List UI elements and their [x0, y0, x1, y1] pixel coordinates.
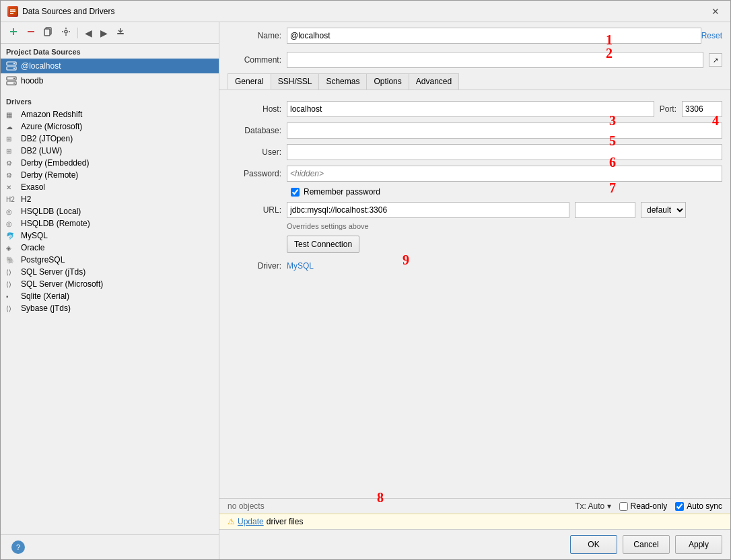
driver-name: MySQL [21, 231, 48, 240]
database-label: Database: [228, 126, 281, 135]
driver-item-sqlite-(xerial)[interactable]: ▪ Sqlite (Xerial) [1, 290, 219, 302]
source-item-localhost[interactable]: @localhost [1, 59, 219, 73]
right-content: Name: Reset Comment: ↗ General SSH/SSL S… [219, 22, 730, 498]
tab-general[interactable]: General [228, 73, 271, 90]
svg-rect-3 [10, 13, 13, 14]
help-button[interactable]: ? [11, 540, 25, 554]
host-row: Host: Port: [219, 98, 730, 120]
cancel-button[interactable]: Cancel [623, 535, 670, 554]
svg-point-13 [13, 63, 15, 65]
toolbar: ◀ ▶ [1, 22, 219, 44]
driver-icon: 🐬 [6, 232, 17, 240]
svg-point-18 [13, 83, 15, 84]
driver-name: Sybase (jTds) [21, 304, 71, 313]
driver-name: DB2 (JTOpen) [21, 134, 73, 143]
comment-expand-button[interactable]: ↗ [709, 53, 722, 67]
driver-name: Oracle [21, 243, 44, 252]
back-button[interactable]: ◀ [82, 26, 95, 40]
database-input[interactable] [287, 123, 722, 139]
driver-icon: ⟨⟩ [6, 269, 17, 276]
driver-item-mysql[interactable]: 🐬 MySQL [1, 230, 219, 242]
tab-bar: General SSH/SSL Schemas Options Advanced [219, 71, 730, 90]
driver-item-hsqldb-(remote)[interactable]: ◎ HSQLDB (Remote) [1, 217, 219, 230]
test-connection-button[interactable]: Test Connection [287, 236, 359, 253]
autosync-checkbox[interactable] [675, 502, 684, 511]
driver-icon: ▪ [6, 293, 17, 300]
autosync-group: Auto sync [675, 501, 722, 511]
source-name-localhost: @localhost [21, 61, 61, 71]
tab-advanced[interactable]: Advanced [409, 73, 459, 90]
user-input[interactable] [287, 144, 722, 160]
driver-item-azure-(microsoft)[interactable]: ☁ Azure (Microsoft) [1, 120, 219, 133]
source-list: @localhost hoodb [1, 59, 219, 88]
driver-item-hsqldb-(local)[interactable]: ◎ HSQLDB (Local) [1, 205, 219, 217]
autosync-label: Auto sync [687, 501, 722, 511]
forward-button[interactable]: ▶ [98, 26, 110, 40]
driver-item-amazon-redshift[interactable]: ▦ Amazon Redshift [1, 108, 219, 120]
driver-item-oracle[interactable]: ◈ Oracle [1, 242, 219, 254]
driver-icon: ⊞ [6, 147, 17, 155]
overrides-note: Overrides settings above [219, 221, 730, 232]
tab-content-general: Host: Port: Database: User: [219, 90, 730, 283]
drivers-section: Drivers ▦ Amazon Redshift ☁ Azure (Micro… [1, 94, 219, 314]
comment-label: Comment: [228, 55, 281, 65]
db-icon-localhost [6, 61, 17, 71]
driver-list: ▦ Amazon Redshift ☁ Azure (Microsoft) ⊞ … [1, 108, 219, 314]
tab-options[interactable]: Options [366, 73, 409, 90]
url-extra-input[interactable] [575, 202, 635, 218]
remember-label: Remember password [304, 187, 380, 197]
driver-icon: ☁ [6, 123, 17, 131]
svg-rect-2 [10, 11, 15, 12]
driver-item-h2[interactable]: H2 H2 [1, 193, 219, 205]
url-dropdown[interactable]: default [641, 202, 686, 218]
left-scroll: Project Data Sources @localhost [1, 44, 219, 534]
driver-name: Azure (Microsoft) [21, 122, 82, 131]
close-button[interactable]: ✕ [707, 5, 724, 18]
driver-name: Sqlite (Xerial) [21, 291, 69, 301]
source-item-hoodb[interactable]: hoodb [1, 73, 219, 88]
name-row: Name: Reset [219, 22, 730, 49]
driver-item-db2-(luw)[interactable]: ⊞ DB2 (LUW) [1, 145, 219, 157]
config-button[interactable] [59, 26, 73, 40]
url-label: URL: [228, 205, 281, 215]
svg-rect-1 [10, 9, 15, 11]
remember-checkbox[interactable] [291, 188, 300, 197]
driver-link[interactable]: MySQL [287, 261, 314, 271]
port-input[interactable] [682, 101, 722, 117]
driver-item-exasol[interactable]: ✕ Exasol [1, 181, 219, 193]
readonly-checkbox[interactable] [619, 502, 628, 511]
add-button[interactable] [6, 26, 21, 40]
driver-name: Amazon Redshift [21, 110, 82, 119]
driver-item-sql-server-(jtds)[interactable]: ⟨⟩ SQL Server (jTds) [1, 266, 219, 278]
host-input[interactable] [287, 101, 654, 117]
driver-row: Driver: MySQL [219, 257, 730, 275]
ok-button[interactable]: OK [570, 535, 617, 554]
tx-dropdown[interactable]: Tx: Auto ▾ [575, 501, 611, 511]
copy-button[interactable] [41, 26, 56, 40]
tab-schemas[interactable]: Schemas [318, 73, 367, 90]
name-label: Name: [228, 31, 281, 40]
remove-button[interactable] [24, 26, 38, 40]
driver-icon: ⟨⟩ [6, 305, 17, 312]
import-button[interactable] [113, 26, 128, 40]
bottom-bar: no objects Tx: Auto ▾ Read-only Auto s [219, 498, 730, 514]
svg-point-17 [13, 78, 15, 79]
driver-icon: ◈ [6, 244, 17, 252]
driver-name: SQL Server (Microsoft) [21, 279, 103, 289]
url-input[interactable] [287, 202, 569, 218]
driver-item-derby-(remote)[interactable]: ⚙ Derby (Remote) [1, 169, 219, 181]
driver-item-sybase-(jtds)[interactable]: ⟨⟩ Sybase (jTds) [1, 302, 219, 314]
comment-input[interactable] [287, 52, 703, 68]
driver-item-postgresql[interactable]: 🐘 PostgreSQL [1, 254, 219, 266]
password-input[interactable] [287, 166, 722, 182]
driver-item-sql-server-(microsoft)[interactable]: ⟨⟩ SQL Server (Microsoft) [1, 278, 219, 290]
update-link[interactable]: Update [238, 517, 264, 526]
app-icon [7, 6, 18, 17]
driver-icon: ⚙ [6, 172, 17, 179]
apply-button[interactable]: Apply [675, 535, 722, 554]
name-input[interactable] [287, 28, 701, 44]
driver-item-db2-(jtopen)[interactable]: ⊞ DB2 (JTOpen) [1, 133, 219, 145]
reset-link[interactable]: Reset [701, 31, 722, 40]
tab-ssh-ssl[interactable]: SSH/SSL [271, 73, 320, 90]
driver-item-derby-(embedded)[interactable]: ⚙ Derby (Embedded) [1, 157, 219, 169]
